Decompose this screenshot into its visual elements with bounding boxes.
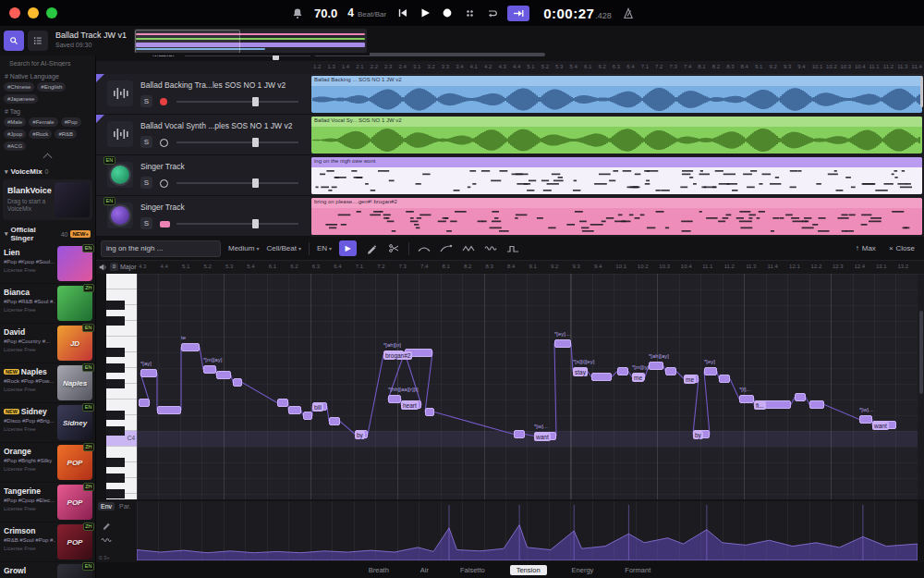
lyric-label[interactable]: want	[534, 433, 551, 441]
piano-key-black[interactable]	[106, 426, 125, 436]
lyric-label[interactable]: heart	[401, 401, 419, 410]
param-tab-tension[interactable]: Tension	[510, 565, 547, 575]
solo-button[interactable]: S	[140, 136, 152, 148]
singer-list-item[interactable]: NEWNaples#Rock #Pop #Pow...License FreeN…	[0, 363, 95, 403]
tag-chip[interactable]: #Jpop	[4, 129, 26, 139]
arrangement-minimap[interactable]	[134, 29, 367, 53]
singer-list-item[interactable]: Crimson#R&B #Soul #Pop #...License FreeP…	[0, 523, 95, 562]
project-title[interactable]: Ballad Track JW v1	[55, 31, 127, 40]
minimap-viewport[interactable]	[135, 30, 240, 53]
piano-key-f5[interactable]	[106, 274, 137, 289]
midi-note[interactable]	[139, 399, 150, 407]
blank-voice-card[interactable]: BlankVoice Drag to start a VoiceMix	[3, 179, 92, 220]
draw-curve-tool-icon[interactable]	[100, 518, 113, 531]
scissors-tool-icon[interactable]	[386, 241, 401, 256]
language-dropdown[interactable]: EN▾	[317, 244, 332, 252]
metronome-icon[interactable]	[622, 6, 635, 19]
singer-list-item[interactable]: NEWSidney#Disco #Pop #Brig...License Fre…	[0, 403, 95, 443]
tempo-display[interactable]: 70.0	[314, 6, 337, 20]
metronome-grid-icon[interactable]	[463, 6, 476, 19]
record-button[interactable]	[441, 6, 454, 19]
track-header[interactable]: Ballad Vocal Synth ...ples SOS NO 1 JW v…	[95, 115, 311, 155]
midi-note[interactable]	[591, 373, 612, 381]
midi-note[interactable]	[288, 406, 301, 414]
clip-region[interactable]: bring on please....gen#! brogan#2	[311, 198, 922, 235]
lyric-label[interactable]: bill	[312, 403, 323, 412]
midi-note[interactable]	[425, 408, 434, 416]
lyric-label[interactable]: brogan#2	[383, 351, 412, 360]
piano-key-black[interactable]	[106, 316, 125, 326]
line-curve-tool-icon[interactable]	[100, 534, 113, 547]
preview-play-button[interactable]: ▶	[339, 240, 357, 256]
solo-button[interactable]: S	[140, 217, 152, 229]
skip-to-start-button[interactable]	[396, 6, 409, 19]
midi-note[interactable]	[216, 371, 231, 379]
parameter-curve-canvas[interactable]	[137, 501, 918, 560]
midi-note[interactable]	[649, 362, 663, 370]
close-window-button[interactable]	[9, 7, 20, 18]
midi-note[interactable]	[859, 415, 872, 424]
tag-chip[interactable]: #ACG	[4, 141, 26, 151]
record-indicator[interactable]	[160, 98, 167, 105]
lyric-label[interactable]: want	[872, 422, 889, 430]
piano-roll-vertical-scrollbar[interactable]	[919, 283, 923, 499]
midi-note[interactable]	[277, 399, 288, 407]
param-tab-breath[interactable]: Breath	[362, 565, 395, 575]
midi-note[interactable]	[617, 367, 628, 375]
language-chip[interactable]: #Japanese	[4, 94, 38, 104]
go-to-playhead-button[interactable]	[507, 6, 529, 21]
tag-chip[interactable]: #Female	[29, 117, 57, 127]
parameters-tab[interactable]: Par.	[116, 502, 133, 510]
time-display[interactable]: 0:00:27 .428	[543, 6, 612, 21]
search-input[interactable]	[7, 59, 91, 68]
piano-roll-grid[interactable]: *[ay]te*[m][ay]billby*[ah][n]brogan#2*[h…	[137, 274, 918, 499]
legato-tool-icon[interactable]	[417, 241, 432, 256]
minimize-window-button[interactable]	[28, 7, 39, 18]
tag-chip[interactable]: #R&B	[55, 129, 77, 139]
piano-key-black[interactable]	[106, 489, 125, 498]
quantize-dropdown[interactable]: Medium▾	[228, 244, 259, 252]
step-tool-icon[interactable]	[505, 241, 520, 256]
volume-slider[interactable]	[176, 182, 298, 184]
play-button[interactable]	[419, 6, 432, 19]
clip-region[interactable]: Ballad Backing ... SOS NO 1 JW v2	[311, 76, 922, 113]
pencil-tool-icon[interactable]	[364, 241, 379, 256]
lyric-input[interactable]: ing on the nigh ...	[101, 240, 221, 257]
volume-slider[interactable]	[176, 223, 298, 225]
time-signature-display[interactable]: 4 Beat/Bar	[347, 6, 386, 19]
loop-button[interactable]	[485, 6, 498, 19]
midi-note[interactable]	[157, 406, 181, 414]
param-tab-falsetto[interactable]: Falsetto	[454, 565, 492, 575]
midi-note[interactable]	[665, 367, 676, 375]
param-tab-formant[interactable]: Formant	[618, 565, 657, 575]
tag-chip[interactable]: #Pop	[61, 117, 81, 127]
track-header[interactable]: Ballad Backing Tra...les SOS NO 1 JW v2S	[95, 74, 311, 115]
maximize-editor-button[interactable]: ↑Max	[856, 244, 876, 252]
clip-region[interactable]: Ballad Vocal Sy... SOS NO 1 JW v2	[311, 117, 922, 154]
slide-tool-icon[interactable]	[439, 241, 454, 256]
piano-key-black[interactable]	[106, 411, 125, 420]
grid-mode-dropdown[interactable]: Cell/Beat▾	[266, 244, 300, 252]
library-search-button[interactable]	[4, 31, 24, 51]
midi-note[interactable]	[809, 400, 824, 409]
piano-key-black[interactable]	[106, 379, 125, 388]
midi-note[interactable]	[719, 375, 730, 383]
singer-list-item[interactable]: Tangerine#Pop #Cpop #Elec...License Free…	[0, 483, 95, 523]
solo-button[interactable]: S	[140, 95, 152, 107]
volume-slider[interactable]	[176, 141, 298, 143]
param-tab-air[interactable]: Air	[414, 565, 435, 575]
official-singer-section-header[interactable]: ▾ Official Singer 40 NEW+	[0, 222, 95, 244]
midi-note[interactable]	[795, 393, 806, 401]
notification-bell-icon[interactable]	[291, 6, 304, 19]
lyric-label[interactable]: me	[684, 375, 696, 384]
singer-list-item[interactable]: Bianca#Pop #R&B #Soul #...License FreeZH	[0, 284, 95, 324]
midi-note[interactable]	[140, 369, 157, 377]
monitor-indicator[interactable]	[160, 139, 168, 147]
volume-slider[interactable]	[176, 101, 298, 103]
lyric-label[interactable]: me	[632, 374, 644, 382]
clip-region[interactable]: ing on the nigh owe wont	[311, 157, 922, 194]
speaker-icon[interactable]	[98, 263, 107, 272]
tag-chip[interactable]: #Rock	[29, 129, 52, 139]
solo-button[interactable]: S	[140, 177, 152, 189]
midi-note[interactable]	[554, 339, 571, 348]
